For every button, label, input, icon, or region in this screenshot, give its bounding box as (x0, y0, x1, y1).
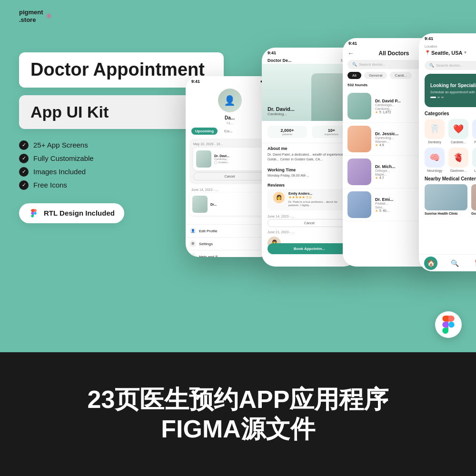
categories-row2: 🧠 Neurology 🫀 Gastroen... 🧪 Laborato... … (419, 148, 476, 176)
star-icon-2: ★ (375, 143, 378, 147)
phone4-search[interactable]: 🔍 Search doctor... (425, 61, 476, 70)
cancel-btn-1[interactable]: Cancel (193, 172, 266, 180)
doctor-loc-4: Sere... (375, 206, 394, 209)
menu-settings[interactable]: ⚙ Settings (186, 238, 274, 250)
appt-date-2: June 14, 2023 - ... (189, 187, 270, 193)
logo-text-line1: pigment (19, 9, 43, 16)
back-icon[interactable]: ← (347, 50, 354, 57)
check-icon-1: ✓ (19, 140, 29, 150)
figma-logo-icon (29, 208, 39, 218)
tab-completed[interactable]: Co... (220, 128, 236, 135)
cardiology-icon: ❤️ (448, 119, 468, 139)
doctor-name-3: Dr. Mich... (375, 164, 396, 169)
doctor-name-2: Dr. Jessic... (375, 131, 399, 136)
logo-star: ✳ (45, 11, 52, 21)
category-lab[interactable]: 🧪 Laborato... (472, 148, 476, 172)
phone1-content: 👤 Da... +1... Upcoming Co... May 22, 202… (186, 85, 274, 221)
bottom-title-line2: FIGMA源文件 (161, 414, 315, 444)
filter-all[interactable]: All (347, 72, 361, 79)
appt-card-2: Dr... (189, 193, 270, 216)
doctor-img-3 (347, 159, 371, 185)
logo: pigment .store ✳ (19, 9, 52, 23)
category-dentistry[interactable]: 🦷 Dentistry (425, 119, 445, 144)
stat-patients: 2,000+ patients (268, 126, 307, 138)
doctor-info-2: Dr. Jessic... Gynecolog... Women... ★ 4.… (375, 131, 399, 147)
book-appointment-button[interactable]: Book Appointm... (268, 243, 351, 254)
clinic2-image (471, 184, 476, 210)
doctor-img-2 (347, 126, 371, 152)
help-icon: ? (189, 253, 196, 257)
nav-calendar[interactable]: 📅 (472, 257, 476, 270)
phone3-search[interactable]: 🔍 Search doctor... (347, 60, 431, 69)
location-name-row: 📍 Seattle, USA ▼ (425, 50, 467, 56)
category-cardiology[interactable]: ❤️ Cardiolo... (448, 119, 468, 144)
lab-icon: 🧪 (472, 148, 476, 168)
nearby-card-1[interactable]: Sunrise Health Clinic (425, 184, 467, 215)
gastro-label: Gastroen... (448, 169, 468, 172)
reviewer-stars: ★★★★★ 5.0 (288, 195, 346, 199)
doctor-name-1: Dr. David P... (375, 99, 401, 103)
dentistry-label: Dentistry (425, 140, 445, 144)
filter-cardio[interactable]: Cardi... (390, 72, 412, 79)
doctor-rating-3: ★ 4.7 (375, 176, 396, 180)
bottom-title-line1: 23页医生预约APP应用程序 (88, 385, 389, 414)
figma-badge-icon (441, 313, 456, 336)
banner-dots (430, 97, 444, 98)
dot-active (430, 97, 436, 98)
logo-text-line2: .store (19, 16, 43, 24)
phone1-phone-number: +1... (189, 121, 270, 125)
banner: Looking for Specialist Doctors? Schedule… (425, 74, 476, 107)
chevron-down-icon: ▼ (463, 50, 467, 55)
phone-profile: 9:41 ●●● 👤 Da... +1... Upcoming Co... Ma… (186, 76, 274, 257)
stat-patients-val: 2,000+ (271, 128, 303, 133)
menu-edit-profile[interactable]: 👤 Edit Profile (186, 225, 274, 238)
appt-doc-img-2 (192, 196, 208, 213)
category-pulmonology[interactable]: 🫁 Pulmono... (472, 119, 476, 144)
doctor-rating-2: ★ 4.9 (375, 143, 399, 147)
cardiology-label: Cardiolo... (448, 140, 468, 144)
review-content: Emily Anders... ★★★★★ 5.0 Dr. Patel is a… (288, 192, 346, 208)
search-icon-4: 🔍 (429, 63, 434, 68)
doctor-spec-4: Pediatr... (375, 202, 394, 205)
categories-row1: 🦷 Dentistry ❤️ Cardiolo... 🫁 Pulmono... … (419, 119, 476, 148)
clinic2-name: Golden Ca... (471, 212, 476, 215)
tab-upcoming[interactable]: Upcoming (191, 128, 218, 135)
search-icon: 🔍 (352, 62, 357, 67)
doctor-img-1 (347, 93, 371, 119)
doctor-name-4: Dr. Emi... (375, 197, 394, 202)
phone-home: 9:41 ▐▐▐ ▲ ▬ Location 📍 Seattle, USA ▼ 🔔 (419, 33, 476, 271)
category-neurology[interactable]: 🧠 Neurology (425, 148, 445, 172)
menu-help[interactable]: ? Help and S... (186, 250, 274, 257)
bottom-nav: 🏠 🔍 📅 👤 (419, 254, 476, 271)
filter-general[interactable]: General (364, 72, 387, 79)
banner-title: Looking for Specialist Doctors? (430, 83, 476, 89)
review-1: 👩 Emily Anders... ★★★★★ 5.0 Dr. Patel is… (268, 189, 351, 211)
clinic1-name: Sunrise Health Clinic (425, 212, 467, 215)
appt-doc-loc-1: ◯ Golden... (214, 160, 263, 164)
edit-profile-icon: 👤 (189, 228, 196, 234)
neurology-label: Neurology (425, 169, 445, 172)
phone2-doc-info: Dr. David... Cardiolog... (268, 106, 295, 116)
bottom-section: 23页医生预约APP应用程序 FIGMA源文件 (0, 352, 476, 476)
appt-date-1: May 22, 2023 - 10... (193, 142, 266, 146)
doctor-spec-2: Gynecolog... (375, 136, 399, 139)
phone1-tabs: Upcoming Co... (189, 128, 270, 135)
gastro-icon: 🫀 (448, 148, 468, 168)
location-row: 📍 Seattle, USA ▼ 🔔 (425, 48, 476, 57)
cancel-btn-2[interactable]: Cancel (268, 219, 351, 227)
doctor-loc-3: Maple... (375, 173, 396, 176)
doctor-spec-3: Orthope... (375, 169, 396, 172)
location-name: Seattle, USA (431, 50, 462, 56)
clinic1-image (425, 184, 467, 210)
dot-1 (437, 97, 440, 98)
nav-search[interactable]: 🔍 (448, 257, 461, 270)
location-pin-icon: 📍 (425, 50, 430, 55)
nearby-card-2[interactable]: Golden Ca... (471, 184, 476, 215)
location-label: Location (425, 45, 476, 48)
reviewer-name: Emily Anders... (288, 192, 346, 195)
stat-patients-label: patients (271, 133, 303, 136)
doctor-spec-1: Cardiologis... (375, 103, 401, 107)
category-gastro[interactable]: 🫀 Gastroen... (448, 148, 468, 172)
star-icon-4: ★ (375, 209, 378, 213)
nav-home[interactable]: 🏠 (424, 257, 437, 270)
